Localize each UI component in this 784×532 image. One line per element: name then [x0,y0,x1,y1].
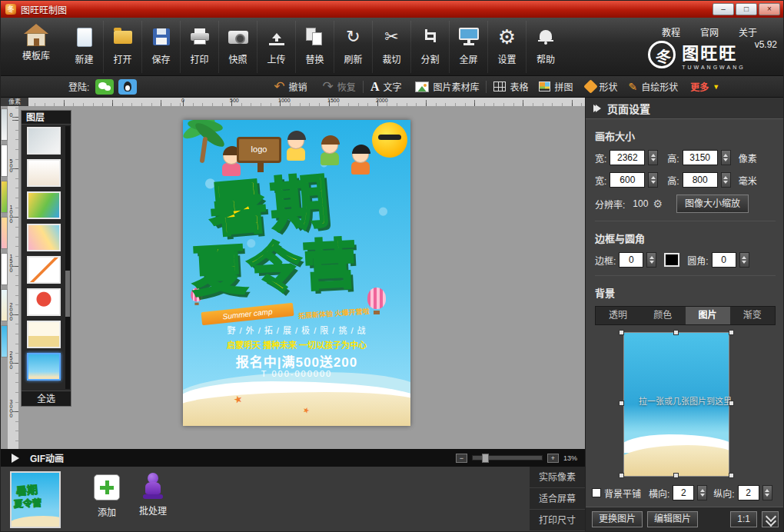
border-width-input[interactable] [619,252,643,268]
more-button[interactable]: 更多 ▼ [690,80,719,93]
puzzle-tool-button[interactable]: 拼图 [539,80,573,93]
zoom-out-button[interactable]: − [456,454,467,463]
tutorial-link[interactable]: 教程 [662,25,680,38]
height-px-stepper[interactable] [721,150,731,165]
layer-thumbnail[interactable] [27,159,61,187]
upload-button[interactable]: 上传 [257,21,296,73]
layer-thumbnail[interactable] [27,256,61,284]
help-button[interactable]: 帮助 [527,21,565,73]
wechat-login-icon[interactable] [95,79,114,95]
corner-stepper[interactable] [739,252,749,268]
corner-radius-input[interactable] [712,252,736,268]
tab-transparent[interactable]: 透明 [596,307,640,324]
open-button[interactable]: 打开 [104,21,142,73]
tile-h-stepper[interactable] [697,485,707,500]
undo-button[interactable]: ↶ 撤销 [274,78,307,95]
layer-thumbnail[interactable] [27,191,61,219]
redo-button[interactable]: ↷ 恢复 [323,78,356,95]
settings-button[interactable]: ⚙ 设置 [488,21,527,73]
resize-handle[interactable] [619,473,624,478]
image-scale-button[interactable]: 图像大小缩放 [676,195,749,213]
canvas-width-px-input[interactable] [610,150,645,165]
layers-scrollbar[interactable] [65,126,70,389]
refresh-button[interactable]: ↻ 刷新 [334,21,373,73]
layer-thumbnail[interactable] [27,127,61,155]
split-button[interactable]: 分割 [411,21,450,73]
layer-thumbnail-selected[interactable] [27,353,61,381]
snapshot-button[interactable]: 快照 [219,21,257,73]
table-tool-button[interactable]: 表格 [493,80,528,93]
layer-thumbnail[interactable] [27,321,61,348]
minimize-button[interactable]: – [713,3,734,15]
background-preview-area: 拉一张或几张图片到这里 [586,330,784,480]
split-icon [423,29,438,45]
maximize-button[interactable]: □ [736,3,757,15]
border-color-swatch[interactable] [664,253,679,267]
height-mm-stepper[interactable] [721,172,731,188]
tile-horizontal-input[interactable] [673,485,694,500]
canvas-height-mm-input[interactable] [683,172,718,188]
expand-more-button[interactable] [762,511,779,527]
tab-image[interactable]: 图片 [686,307,730,324]
change-image-button[interactable]: 更换图片 [592,511,643,527]
canvas-area[interactable]: 像素 0 500 1000 1500 2000 0 500 1000 1500 … [1,98,585,449]
poster-canvas[interactable]: logo 暑期 夏令营 Summer camp 拓展新体验 火爆开营啦 野 / … [183,120,410,426]
border-stepper[interactable] [646,252,656,268]
layer-thumbnail[interactable] [27,224,61,251]
canvas-width-mm-input[interactable] [610,172,645,188]
ratio-button[interactable]: 1:1 [730,511,757,527]
fit-screen-button[interactable]: 适合屏幕 [530,488,585,510]
tab-gradient[interactable]: 渐变 [730,307,775,324]
about-link[interactable]: 关于 [739,25,757,38]
replace-button[interactable]: 替换 [296,21,334,73]
crop-button[interactable]: ✂ 裁切 [373,21,411,73]
resize-handle[interactable] [729,330,734,335]
main-toolbar: 模板库 新建 打开 保存 打印 快照 [1,18,784,76]
shape-tool-button[interactable]: 形状 [586,80,618,93]
resize-handle[interactable] [619,401,624,406]
print-size-button[interactable]: 打印尺寸 [530,510,585,531]
tile-v-stepper[interactable] [762,485,772,500]
add-page-button[interactable]: 添加 [85,474,128,518]
poster-thumbnail[interactable]: 暑期 夏令营 [10,471,61,528]
border-corner-heading: 边框与圆角 [595,231,776,245]
tab-color[interactable]: 颜色 [640,307,685,324]
play-icon[interactable] [12,454,19,463]
text-tool-button[interactable]: A 文字 [370,80,402,94]
zoom-control: − + 13% [456,454,577,463]
website-link[interactable]: 官网 [700,25,719,38]
actual-pixels-button[interactable]: 实际像素 [530,467,585,488]
print-button[interactable]: 打印 [181,21,219,73]
tile-checkbox[interactable] [592,488,601,497]
select-all-button[interactable]: 全选 [22,391,71,406]
save-button[interactable]: 保存 [142,21,181,73]
close-button[interactable]: × [759,3,780,15]
resolution-gear-icon[interactable]: ⚙ [653,198,663,210]
resize-handle[interactable] [673,473,679,478]
new-button[interactable]: 新建 [65,21,104,73]
resize-handle[interactable] [729,401,734,406]
material-library-button[interactable]: 图片素材库 [415,80,479,93]
resize-handle[interactable] [619,330,624,335]
canvas-height-px-input[interactable] [683,150,718,165]
width-px-stepper[interactable] [648,150,658,165]
layer-thumbnail[interactable] [27,288,61,316]
resize-handle[interactable] [729,473,734,478]
gif-animation-label: GIF动画 [30,451,64,464]
zoom-slider[interactable] [472,455,543,461]
edit-image-button[interactable]: 编辑图片 [647,511,698,527]
zoom-slider-handle[interactable] [482,454,489,463]
batch-process-button[interactable]: 批处理 [130,473,176,517]
fullscreen-button[interactable]: 全屏 [450,21,488,73]
zoom-in-button[interactable]: + [547,454,559,463]
custom-shape-button[interactable]: ✎ 自绘形状 [629,80,679,93]
template-library-button[interactable]: 模板库 [12,21,61,73]
width-mm-stepper[interactable] [648,172,658,188]
tile-vertical-input[interactable] [738,485,759,500]
qq-login-icon[interactable] [118,79,137,95]
shape-icon [583,79,597,93]
replace-icon [306,28,324,46]
resize-handle[interactable] [673,330,679,335]
poster-phone: T 000-000000 [183,369,410,378]
gif-animation-bar: GIF动画 − + 13% [1,449,585,467]
